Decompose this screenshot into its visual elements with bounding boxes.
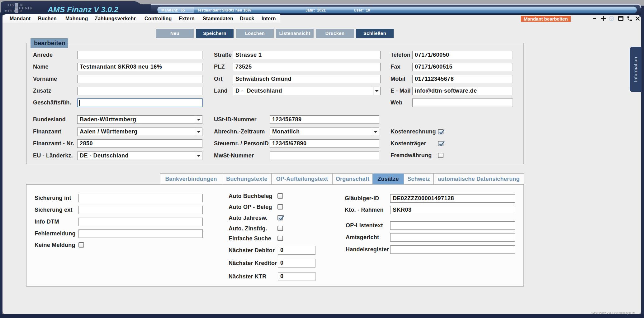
- svg-text:AMS Finanz V 3.0.2: AMS Finanz V 3.0.2: [47, 5, 118, 14]
- svg-text:User: 10: User: 10: [354, 8, 370, 12]
- svg-text:Mandant: 65: Mandant: 65: [161, 8, 185, 12]
- svg-text:Jahr: 2021: Jahr: 2021: [305, 8, 326, 12]
- svg-text:MÜLLER: MÜLLER: [4, 9, 22, 13]
- svg-text:Testmandant SKR03 neu 16%: Testmandant SKR03 neu 16%: [197, 8, 251, 12]
